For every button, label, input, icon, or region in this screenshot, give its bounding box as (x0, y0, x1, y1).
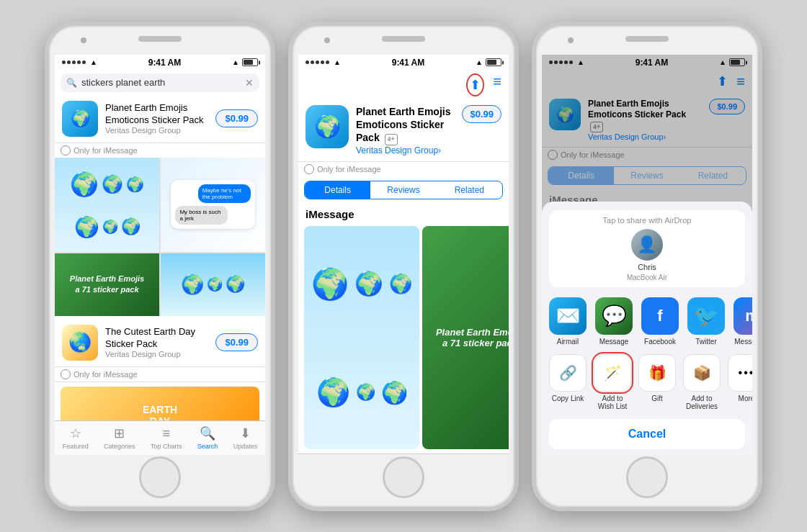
airdrop-device: MacBook Air (627, 274, 667, 281)
share-button[interactable]: ⬆ (466, 73, 484, 96)
earth-scene-1: 🌍 🌍 🌍 🌍 🌍 🌍 (55, 158, 159, 252)
deliveries-label: Add to Deliveries (683, 395, 721, 410)
tab-search[interactable]: 🔍 Search (197, 425, 218, 450)
download-icon: ⬇ (240, 425, 251, 441)
action-copy-link[interactable]: 🔗 Copy Link (549, 354, 587, 410)
price-button-1[interactable]: $0.99 (215, 109, 258, 127)
wifi-icon: ▲ (232, 58, 239, 66)
camera-dot-2 (324, 37, 330, 43)
segment-tabs: Details Reviews Related (304, 181, 503, 199)
tab-bar-1: ☆ Featured ⊞ Categories ≡ Top Charts 🔍 S… (55, 420, 265, 455)
tab-categories-label: Categories (104, 443, 135, 450)
copy-link-label: Copy Link (552, 395, 584, 402)
more-icon: ••• (728, 354, 752, 392)
status-bar-1: ▲ 9:41 AM ▲ (55, 55, 265, 71)
app-info-1: Planet Earth Emojis Emoticons Sticker Pa… (105, 102, 208, 135)
screenshot-row-2: EARTHDAY (55, 382, 265, 420)
screenshot-4: 🌍 🌍 🌍 (161, 253, 265, 316)
share-app-messenger[interactable]: m Messenger (734, 297, 752, 346)
share-actions-row: 🔗 Copy Link 🪄 Add to Wish List 🎁 Gift 📦 … (542, 350, 752, 415)
app-icon-large: 🌍 (306, 105, 349, 148)
camera-dot-3 (568, 37, 574, 43)
camera-dot (81, 37, 86, 43)
share-app-twitter[interactable]: 🐦 Twitter (687, 297, 725, 346)
facebook-icon: f (641, 297, 679, 335)
app-header-info: Planet Earth Emojis Emoticons Sticker Pa… (356, 105, 455, 155)
app-dev-2: Veritas Design Group (105, 350, 208, 359)
gift-icon: 🎁 (638, 354, 676, 392)
ss-item-1: 🌍 🌍 🌍 🌍 🌍 🌍 (304, 226, 419, 449)
airdrop-section: Tap to share with AirDrop 👤 Chris MacBoo… (549, 210, 745, 287)
twitter-label: Twitter (695, 338, 716, 346)
app-header-2: 🌍 Planet Earth Emojis Emoticons Sticker … (298, 99, 509, 162)
status-time-1: 9:41 AM (148, 58, 182, 68)
status-time-2: 9:41 AM (392, 58, 425, 68)
search-input[interactable]: stickers planet earth (81, 77, 241, 88)
banner-text-2: Planet Earth Emojisa 71 sticker pack (429, 320, 509, 356)
airdrop-person[interactable]: 👤 Chris MacBook Air (627, 229, 667, 281)
list-item-2[interactable]: 🌏 The Cutest Earth Day Sticker Pack Veri… (55, 319, 265, 367)
app-icon-2: 🌏 (62, 325, 98, 361)
search-icon: 🔍 (66, 78, 77, 88)
clear-icon[interactable]: ✕ (245, 77, 254, 89)
app-detail-dev[interactable]: Veritas Design Group› (356, 145, 455, 155)
carrier-wifi: ▲ (90, 58, 97, 66)
message-label: Message (599, 338, 629, 346)
tab-categories[interactable]: ⊞ Categories (104, 425, 135, 450)
screenshot-1: 🌍 🌍 🌍 🌍 🌍 🌍 (55, 158, 159, 252)
banner-scene-1: Planet Earth Emojisa 71 sticker pack (55, 253, 159, 316)
phone-3: ▲ 9:41 AM ▲ ⬆ ≡ 🌍 Planet Earth Emojis Em… (532, 22, 762, 511)
share-app-facebook[interactable]: f Facebook (641, 297, 679, 346)
grid-icon: ⊞ (114, 425, 125, 441)
facebook-label: Facebook (644, 338, 676, 346)
search-tab-icon: 🔍 (200, 425, 215, 441)
airdrop-name: Chris (638, 263, 656, 271)
earth-scene-2: 🌍 🌍 🌍 (161, 253, 265, 316)
screenshot-2: Maybe he's not the problem My boss is su… (161, 158, 265, 252)
seg-tab-reviews[interactable]: Reviews (370, 181, 436, 199)
airdrop-avatar: 👤 (631, 229, 663, 261)
action-add-wishlist[interactable]: 🪄 Add to Wish List (594, 354, 631, 410)
search-bar[interactable]: 🔍 stickers planet earth ✕ (61, 73, 259, 92)
app-icon-1: 🌍 (62, 101, 98, 137)
action-gift[interactable]: 🎁 Gift (638, 354, 676, 410)
seg-tab-details[interactable]: Details (305, 181, 370, 199)
messenger-label: Messenger (734, 338, 752, 346)
seg-tab-related[interactable]: Related (437, 181, 502, 199)
cancel-button[interactable]: Cancel (549, 419, 745, 449)
message-icon: 💬 (595, 297, 633, 335)
app-name-1: Planet Earth Emojis Emoticons Sticker Pa… (105, 102, 208, 127)
status-signal-2: ▲ (306, 58, 341, 66)
tab-updates[interactable]: ⬇ Updates (233, 425, 258, 450)
tab-bar-2: ☆ Featured ⊞ Categories ≡ Top Charts 🔍 S… (298, 454, 509, 455)
screenshots-scroll[interactable]: 🌍 🌍 🌍 🌍 🌍 🌍 Planet Earth Emojisa 71 stic… (298, 223, 509, 454)
action-more[interactable]: ••• More (728, 354, 752, 410)
share-app-airmail[interactable]: ✉️ Airmail (549, 297, 587, 346)
app-detail-price[interactable]: $0.99 (462, 105, 501, 123)
app-info-2: The Cutest Earth Day Sticker Pack Verita… (105, 326, 208, 359)
imessage-circle (61, 145, 71, 155)
app-dev-1: Veritas Design Group (105, 126, 208, 135)
share-apps-row: ✉️ Airmail 💬 Message f Facebook 🐦 Twitte… (542, 293, 752, 350)
action-deliveries[interactable]: 📦 Add to Deliveries (683, 354, 721, 410)
airdrop-label: Tap to share with AirDrop (603, 216, 692, 225)
menu-button[interactable]: ≡ (493, 73, 501, 96)
tab-featured[interactable]: ☆ Featured (63, 425, 89, 450)
signal-dots (62, 60, 86, 64)
phone-1: ▲ 9:41 AM ▲ 🔍 stickers planet earth ✕ 🌍 … (45, 22, 275, 511)
screen-1: ▲ 9:41 AM ▲ 🔍 stickers planet earth ✕ 🌍 … (55, 55, 265, 455)
price-button-2[interactable]: $0.99 (215, 333, 258, 351)
imessage-badge-1: Only for iMessage (55, 143, 265, 158)
app2-screenshot: EARTHDAY (61, 387, 259, 420)
airmail-label: Airmail (557, 338, 579, 346)
list-item[interactable]: 🌍 Planet Earth Emojis Emoticons Sticker … (55, 95, 265, 143)
status-bar-2: ▲ 9:41 AM ▲ (298, 55, 509, 71)
more-label: More (739, 395, 752, 402)
imessage-badge-detail: Only for iMessage (298, 162, 509, 176)
twitter-icon: 🐦 (687, 297, 725, 335)
share-app-message[interactable]: 💬 Message (595, 297, 633, 346)
chart-icon: ≡ (162, 426, 170, 441)
tab-topcharts[interactable]: ≡ Top Charts (151, 426, 182, 450)
status-right-1: ▲ (232, 58, 258, 66)
imessage-badge-2: Only for iMessage (55, 367, 265, 382)
